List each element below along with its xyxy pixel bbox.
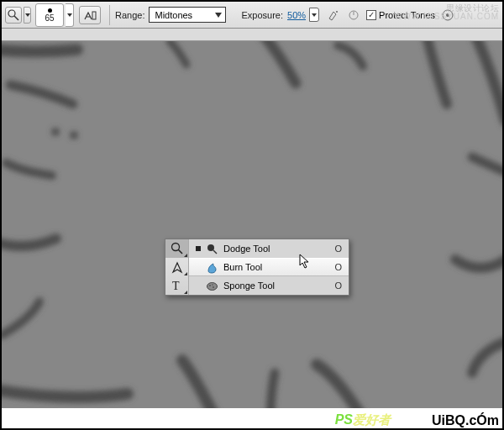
- pressure-size-toggle[interactable]: [346, 8, 361, 23]
- tool-preset-dropdown[interactable]: [24, 7, 31, 24]
- cursor-pointer-icon: [299, 254, 311, 269]
- svg-point-0: [8, 10, 15, 17]
- checkbox-checked-icon: [366, 10, 376, 20]
- svg-point-9: [51, 128, 60, 136]
- footer-watermark-right: UiBQ.cÓm: [432, 413, 499, 428]
- svg-point-16: [207, 282, 218, 290]
- burn-tool-icon: [171, 242, 184, 255]
- brush-preset-preview[interactable]: 65: [35, 3, 64, 27]
- footer-watermark-left: PS爱好者: [335, 412, 391, 428]
- chevron-down-icon: [215, 13, 222, 18]
- flyout-item-dodge[interactable]: Dodge Tool O: [189, 239, 349, 258]
- pen-tool-icon: [171, 260, 184, 274]
- svg-point-10: [70, 131, 78, 139]
- exposure-label: Exposure:: [241, 10, 283, 20]
- svg-line-15: [213, 250, 217, 254]
- flyout-item-shortcut: O: [334, 244, 342, 254]
- brush-dot-icon: [48, 8, 52, 13]
- dodge-icon: [206, 243, 218, 255]
- current-marker-icon: [196, 246, 201, 251]
- flyout-item-shortcut: O: [334, 262, 342, 272]
- svg-marker-3: [215, 13, 222, 18]
- airbrush-toggle[interactable]: [326, 8, 341, 23]
- flyout-indicator-icon: [184, 291, 187, 294]
- svg-point-17: [209, 285, 211, 286]
- svg-point-19: [212, 284, 213, 286]
- svg-point-4: [336, 11, 338, 13]
- burn-icon: [206, 261, 218, 274]
- type-tool-icon: T: [171, 279, 184, 292]
- flyout-indicator-icon: [184, 254, 187, 257]
- flyout-item-burn[interactable]: Burn Tool O: [189, 258, 349, 276]
- flyout-item-sponge[interactable]: Sponge Tool O: [189, 276, 349, 295]
- burn-tool-icon: [8, 9, 19, 21]
- flyout-items: Dodge Tool O Burn Tool O Sponge: [189, 239, 349, 295]
- header-watermark-url: WWW.MISSYUAN.COM: [394, 12, 499, 21]
- separator: [109, 5, 110, 25]
- brush-panel-toggle[interactable]: [79, 6, 101, 24]
- canvas-content: [2, 41, 502, 408]
- brush-panel-icon: [83, 9, 97, 21]
- current-tool-preset[interactable]: [5, 7, 22, 24]
- flyout-item-label: Dodge Tool: [223, 244, 270, 254]
- document-tab-bar: [2, 29, 502, 41]
- sponge-icon: [206, 280, 218, 292]
- svg-line-1: [14, 16, 18, 20]
- range-select-value: Midtones: [155, 10, 192, 20]
- svg-rect-8: [2, 41, 502, 408]
- exposure-dropdown[interactable]: [309, 8, 319, 22]
- canvas-area[interactable]: [2, 41, 502, 408]
- flyout-item-label: Burn Tool: [223, 262, 262, 272]
- tool-slot-burn[interactable]: [165, 239, 188, 258]
- svg-line-12: [178, 249, 182, 254]
- flyout-item-shortcut: O: [334, 281, 342, 291]
- flyout-item-label: Sponge Tool: [223, 281, 275, 291]
- svg-rect-2: [92, 12, 96, 19]
- svg-text:T: T: [172, 280, 180, 292]
- svg-point-18: [213, 286, 214, 288]
- tool-flyout-menu: T Dodge Tool O Bu: [165, 239, 349, 296]
- exposure-value[interactable]: 50%: [287, 10, 306, 20]
- tool-slot-pen[interactable]: [165, 258, 188, 276]
- tablet-pressure-icon: [347, 8, 360, 22]
- brush-size-value: 65: [45, 13, 54, 23]
- tool-slot-type[interactable]: T: [165, 276, 188, 295]
- airbrush-icon: [327, 8, 340, 22]
- brush-preset-dropdown[interactable]: [66, 3, 74, 27]
- range-label: Range:: [115, 10, 144, 20]
- svg-point-14: [207, 244, 214, 251]
- flyout-indicator-icon: [184, 272, 187, 275]
- range-select[interactable]: Midtones: [149, 7, 226, 23]
- tool-strip: T: [165, 239, 189, 295]
